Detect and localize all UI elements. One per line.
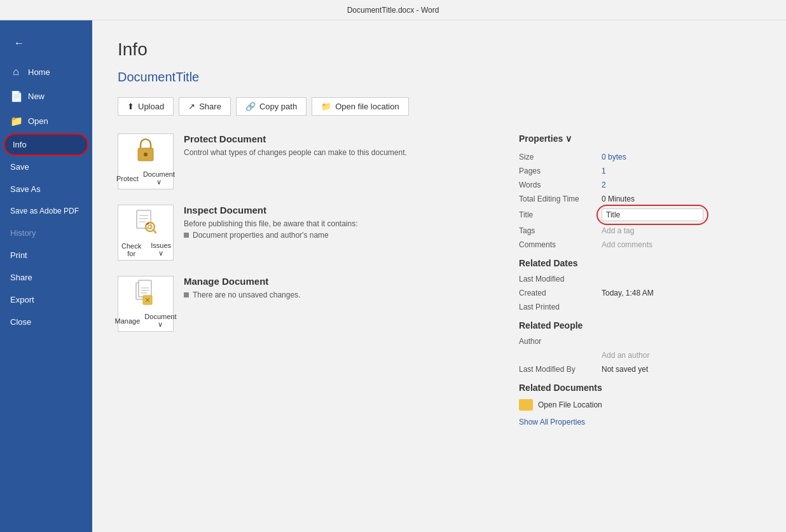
svg-point-1: [144, 153, 148, 156]
prop-last-modified-label: Last Modified: [519, 275, 602, 283]
content-panels: Protect Document ∨ Protect Document Cont…: [118, 133, 761, 427]
title-input-wrap: [602, 208, 703, 221]
manage-subitem: There are no unsaved changes.: [184, 290, 300, 299]
prop-author: Author: [519, 337, 761, 346]
prop-comments: Comments Add comments: [519, 240, 761, 249]
sidebar-item-saveadobe[interactable]: Save as Adobe PDF: [0, 200, 92, 222]
show-all-properties-link[interactable]: Show All Properties: [519, 418, 585, 426]
sidebar-item-label: Home: [28, 67, 50, 77]
sidebar-item-label: History: [10, 228, 36, 238]
manage-icon: [134, 279, 157, 310]
share-button[interactable]: ↗ Share: [179, 97, 231, 116]
inspect-document-label: Check for Issues ∨: [118, 242, 173, 257]
protect-document-text: Protect Document Control what types of c…: [184, 133, 407, 160]
prop-title: Title: [519, 208, 761, 221]
sidebar-item-label: Export: [10, 295, 34, 304]
inspect-document-panel: Check for Issues ∨ Inspect Document Befo…: [118, 205, 500, 261]
sidebar-item-saveas[interactable]: Save As: [0, 178, 92, 200]
prop-add-author-value[interactable]: Add an author: [602, 351, 761, 360]
properties-chevron: ∨: [565, 133, 572, 144]
open-file-location-button[interactable]: 📁 Open file location: [312, 97, 408, 116]
related-documents-header: Related Documents: [519, 383, 761, 393]
sidebar-item-history: History: [0, 222, 92, 244]
sidebar-item-label: Print: [10, 250, 27, 260]
inspect-document-desc: Before publishing this file, be aware th…: [184, 219, 358, 228]
prop-words-value: 2: [602, 181, 761, 189]
bullet-icon: [184, 292, 189, 297]
upload-button[interactable]: ⬆ Upload: [118, 97, 174, 116]
inspect-subitem: Document properties and author's name: [184, 231, 358, 240]
protect-document-panel: Protect Document ∨ Protect Document Cont…: [118, 133, 500, 189]
sidebar-item-close[interactable]: Close: [0, 311, 92, 333]
back-button[interactable]: ←: [8, 32, 31, 55]
prop-pages-value: 1: [602, 167, 761, 175]
prop-comments-label: Comments: [519, 240, 602, 249]
related-dates-header: Related Dates: [519, 258, 761, 268]
properties-title: Properties: [519, 133, 563, 144]
prop-editing-time-label: Total Editing Time: [519, 194, 602, 203]
toolbar: ⬆ Upload ↗ Share 🔗 Copy path 📁 Open file…: [118, 97, 761, 116]
sidebar-item-label: Save As: [10, 184, 41, 194]
doc-title: DocumentTitle: [118, 70, 761, 85]
share-label: Share: [199, 102, 221, 111]
prop-last-printed-label: Last Printed: [519, 303, 602, 311]
copy-path-button[interactable]: 🔗 Copy path: [236, 97, 307, 116]
sidebar-item-share[interactable]: Share: [0, 266, 92, 289]
sidebar-item-label: Share: [10, 273, 32, 282]
prop-size-value: 0 bytes: [602, 153, 761, 161]
open-file-location-label: Open file location: [335, 102, 399, 111]
upload-icon: ⬆: [127, 102, 134, 111]
protect-document-title: Protect Document: [184, 133, 407, 144]
panels-left: Protect Document ∨ Protect Document Cont…: [118, 133, 500, 427]
prop-author-label: Author: [519, 337, 602, 346]
sidebar-item-new[interactable]: 📄 New: [0, 84, 92, 109]
sidebar-item-label: Info: [13, 140, 27, 149]
prop-comments-value[interactable]: Add comments: [602, 240, 761, 249]
related-people-header: Related People: [519, 320, 761, 331]
sidebar: ← ⌂ Home 📄 New 📁 Open Info Save Save As: [0, 20, 92, 532]
open-icon: 📁: [10, 115, 22, 127]
lock-icon: [134, 137, 157, 168]
protect-document-icon-box[interactable]: Protect Document ∨: [118, 133, 174, 189]
inspect-document-text: Inspect Document Before publishing this …: [184, 205, 358, 240]
title-input[interactable]: [602, 208, 703, 221]
sidebar-item-info[interactable]: Info: [4, 133, 88, 156]
folder-icon: [519, 399, 533, 411]
sidebar-item-label: Save as Adobe PDF: [10, 207, 79, 215]
prop-tags-value[interactable]: Add a tag: [602, 226, 761, 235]
prop-last-modified: Last Modified: [519, 275, 761, 283]
properties-header[interactable]: Properties ∨: [519, 133, 761, 144]
sidebar-item-label: New: [28, 92, 45, 101]
prop-created-label: Created: [519, 289, 602, 297]
sidebar-item-label: Close: [10, 317, 31, 327]
prop-pages: Pages 1: [519, 167, 761, 175]
prop-last-modified-by: Last Modified By Not saved yet: [519, 365, 761, 374]
link-icon: 🔗: [245, 102, 256, 111]
prop-created-value: Today, 1:48 AM: [602, 289, 761, 297]
prop-editing-time: Total Editing Time 0 Minutes: [519, 194, 761, 203]
open-file-location-link[interactable]: Open File Location: [519, 399, 761, 411]
manage-document-panel: Manage Document ∨ Manage Document There …: [118, 276, 500, 332]
prop-last-modified-by-label: Last Modified By: [519, 365, 602, 374]
main-content: Info DocumentTitle ⬆ Upload ↗ Share 🔗 Co…: [92, 20, 786, 532]
prop-title-label: Title: [519, 210, 602, 219]
prop-last-modified-by-value: Not saved yet: [602, 365, 761, 374]
svg-line-8: [153, 230, 156, 233]
sidebar-item-save[interactable]: Save: [0, 156, 92, 178]
inspect-icon: [134, 208, 157, 239]
sidebar-item-home[interactable]: ⌂ Home: [0, 60, 92, 84]
prop-words: Words 2: [519, 181, 761, 189]
sidebar-item-print[interactable]: Print: [0, 244, 92, 266]
prop-tags-label: Tags: [519, 226, 602, 235]
upload-label: Upload: [138, 102, 164, 111]
sidebar-item-open[interactable]: 📁 Open: [0, 109, 92, 133]
prop-size-label: Size: [519, 153, 602, 161]
inspect-document-icon-box[interactable]: Check for Issues ∨: [118, 205, 174, 261]
page-title: Info: [118, 39, 761, 60]
prop-add-author: Add an author: [519, 351, 761, 360]
prop-editing-time-value: 0 Minutes: [602, 194, 761, 203]
manage-document-icon-box[interactable]: Manage Document ∨: [118, 276, 174, 332]
properties-panel: Properties ∨ Size 0 bytes Pages 1 Words …: [519, 133, 761, 427]
sidebar-item-label: Save: [10, 162, 29, 172]
sidebar-item-export[interactable]: Export: [0, 289, 92, 311]
